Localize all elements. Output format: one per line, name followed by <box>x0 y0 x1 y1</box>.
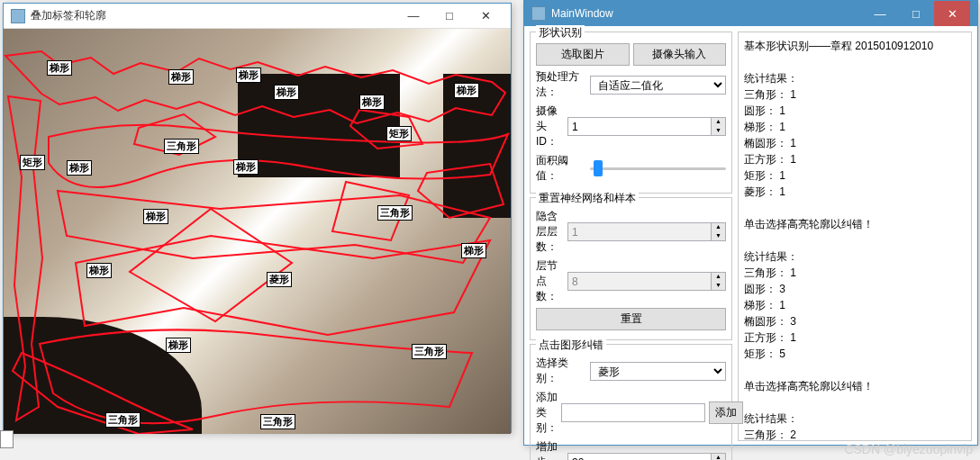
maximize-button[interactable]: □ <box>431 4 467 29</box>
shape-label: 梯形 <box>168 69 194 85</box>
add-type-button[interactable]: 添加 <box>709 401 743 424</box>
main-window: MainWindow — □ ✕ 形状识别 选取图片 摄像头输入 预处理方法： … <box>523 0 978 446</box>
area-threshold-slider[interactable] <box>590 160 726 176</box>
close-button[interactable]: ✕ <box>467 4 504 29</box>
shape-label: 三角形 <box>412 344 447 359</box>
shape-label: 梯形 <box>166 338 191 353</box>
camera-input-button[interactable]: 摄像头输入 <box>633 43 727 66</box>
log-hint: 单击选择高亮轮廓以纠错！ <box>744 378 966 394</box>
shape-label: 矩形 <box>386 126 412 141</box>
select-type-select[interactable]: 菱形 <box>590 362 726 381</box>
shape-label: 梯形 <box>236 68 261 83</box>
log-line: 菱形： 1 <box>744 184 966 200</box>
group-title: 点击图形纠错 <box>536 338 606 353</box>
layer-nodes-label: 层节点数： <box>536 258 564 304</box>
log-line: 矩形： 1 <box>744 167 966 184</box>
shape-label: 梯形 <box>86 263 112 278</box>
shape-label: 梯形 <box>274 85 299 100</box>
log-stat-header: 统计结果： <box>744 70 966 86</box>
window-icon <box>531 6 546 21</box>
window-icon <box>11 9 25 23</box>
shape-label: 梯形 <box>47 60 72 76</box>
minimize-button[interactable]: — <box>862 1 898 26</box>
group-title: 重置神经网络和样本 <box>536 191 639 206</box>
pick-image-button[interactable]: 选取图片 <box>536 43 630 66</box>
log-stat-header: 统计结果： <box>744 248 966 265</box>
reset-network-group: 重置神经网络和样本 隐含层层数： ▲▼ 层节点数： ▲▼ 重置 <box>530 197 732 340</box>
select-type-label: 选择类别： <box>536 356 586 386</box>
camera-id-input[interactable] <box>567 117 712 136</box>
step-spinner[interactable]: ▲▼ <box>712 453 726 460</box>
shape-label: 矩形 <box>20 155 45 170</box>
shape-label: 梯形 <box>233 159 259 175</box>
shape-label: 三角形 <box>260 414 295 429</box>
controls-column: 形状识别 选取图片 摄像头输入 预处理方法： 自适应二值化 摄像头ID： ▲▼ … <box>530 32 732 441</box>
step-input[interactable] <box>567 453 712 460</box>
preprocess-label: 预处理方法： <box>536 69 586 100</box>
image-canvas: 梯形梯形梯形梯形梯形梯形矩形矩形梯形三角形梯形梯形三角形梯形梯形菱形梯形三角形三… <box>4 29 511 434</box>
log-line: 圆形： 3 <box>744 281 966 297</box>
log-line: 三角形： 1 <box>744 86 966 103</box>
hidden-layers-input <box>567 222 712 241</box>
log-line: 梯形： 1 <box>744 119 966 135</box>
shape-label: 梯形 <box>461 243 486 258</box>
layer-nodes-spinner: ▲▼ <box>712 272 726 291</box>
log-line: 矩形： 5 <box>744 346 966 362</box>
contour-overlay <box>4 29 511 434</box>
camera-id-spinner[interactable]: ▲▼ <box>712 117 726 136</box>
log-line: 梯形： 1 <box>744 297 966 313</box>
area-threshold-label: 面积阈值： <box>536 153 586 184</box>
close-button[interactable]: ✕ <box>934 1 970 26</box>
log-line: 正方形： 1 <box>744 329 966 346</box>
log-line: 三角形： 1 <box>744 265 966 281</box>
add-type-input[interactable] <box>561 403 705 422</box>
shape-label: 梯形 <box>454 83 479 98</box>
log-title: 基本形状识别——章程 2015010912010 <box>744 38 966 54</box>
watermark: CSDN @biyezuopinvip <box>844 442 973 456</box>
log-hint: 单击选择高亮轮廓以纠错！ <box>744 216 966 232</box>
shape-label: 菱形 <box>267 272 292 287</box>
overlay-title: 叠加标签和轮廓 <box>31 8 395 23</box>
shape-label: 三角形 <box>377 205 413 221</box>
step-label: 增加步长： <box>536 439 564 460</box>
error-correction-group: 点击图形纠错 选择类别： 菱形 添加类别： 添加 增加步长： ▲▼ 添加噪声 ▲… <box>530 344 732 460</box>
log-stat-header: 统计结果： <box>744 410 966 427</box>
camera-id-label: 摄像头ID： <box>536 104 564 149</box>
shape-label: 梯形 <box>143 209 168 224</box>
add-type-label: 添加类别： <box>536 390 558 436</box>
log-line: 正方形： 1 <box>744 151 966 167</box>
reset-button[interactable]: 重置 <box>536 308 726 330</box>
shape-label: 三角形 <box>164 139 199 154</box>
preprocess-select[interactable]: 自适应二值化 <box>590 76 726 95</box>
log-line: 椭圆形： 3 <box>744 313 966 329</box>
shape-label: 三角形 <box>105 412 141 428</box>
hidden-layers-spinner: ▲▼ <box>712 222 726 241</box>
log-panel: 基本形状识别——章程 2015010912010 统计结果：三角形： 1圆形： … <box>738 32 972 441</box>
maximize-button[interactable]: □ <box>898 1 934 26</box>
log-line: 三角形： 2 <box>744 427 966 441</box>
shape-label: 梯形 <box>67 160 92 176</box>
log-line: 椭圆形： 1 <box>744 135 966 151</box>
group-title: 形状识别 <box>536 25 585 41</box>
main-title: MainWindow <box>551 7 862 20</box>
main-titlebar[interactable]: MainWindow — □ ✕ <box>524 1 977 26</box>
overlay-window: 叠加标签和轮廓 — □ ✕ 梯形梯形梯形梯形梯形梯形矩形矩形梯形三角形梯形梯形三… <box>3 3 512 433</box>
minimize-button[interactable]: — <box>395 4 431 29</box>
shape-recognition-group: 形状识别 选取图片 摄像头输入 预处理方法： 自适应二值化 摄像头ID： ▲▼ … <box>530 32 732 194</box>
hidden-layers-label: 隐含层层数： <box>536 209 564 255</box>
overlay-titlebar[interactable]: 叠加标签和轮廓 — □ ✕ <box>4 4 511 29</box>
log-line: 圆形： 1 <box>744 103 966 119</box>
shape-label: 梯形 <box>359 95 385 110</box>
layer-nodes-input <box>567 272 712 291</box>
